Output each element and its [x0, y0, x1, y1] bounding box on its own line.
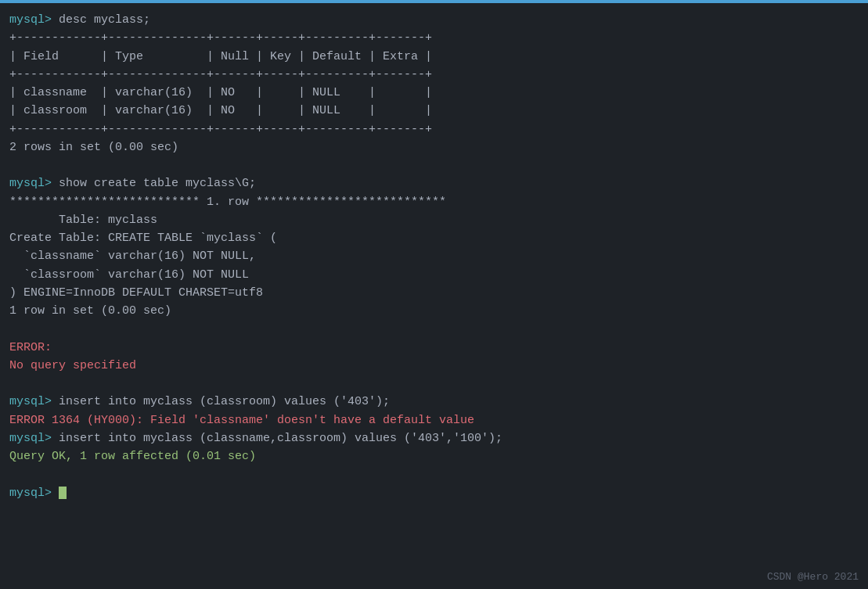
- row-separator: *************************** 1. row *****…: [9, 196, 446, 209]
- classroom-def: `classroom` varchar(16) NOT NULL: [9, 268, 249, 282]
- row-count-2: 1 row in set (0.00 sec): [9, 304, 171, 318]
- line-3: mysql> insert into myclass (classroom) v…: [9, 395, 390, 408]
- line-1: mysql> desc myclass;: [9, 13, 150, 27]
- cmd-4: insert into myclass (classname,classroom…: [52, 432, 502, 445]
- cmd-3: insert into myclass (classroom) values (…: [52, 395, 390, 408]
- table-header: | Field | Type | Null | Key | Default | …: [9, 50, 432, 63]
- table-border-top: +------------+--------------+------+----…: [9, 31, 432, 45]
- line-2: mysql> show create table myclass\G;: [9, 177, 256, 190]
- classname-def: `classname` varchar(16) NOT NULL,: [9, 250, 256, 263]
- prompt-1: mysql>: [9, 13, 52, 27]
- prompt-4: mysql>: [9, 432, 52, 445]
- final-prompt-line: mysql>: [9, 487, 67, 500]
- cursor: [59, 487, 67, 499]
- terminal: mysql> desc myclass; +------------+-----…: [0, 3, 868, 510]
- terminal-content: mysql> desc myclass; +------------+-----…: [9, 11, 859, 502]
- prompt-3: mysql>: [9, 395, 52, 408]
- error-1364: ERROR 1364 (HY000): Field 'classname' do…: [9, 414, 474, 427]
- cmd-1: desc myclass;: [52, 13, 150, 27]
- watermark: CSDN @Hero 2021: [767, 571, 859, 583]
- table-row-1: | classname | varchar(16) | NO | | NULL …: [9, 86, 432, 99]
- table-border-bottom: +------------+--------------+------+----…: [9, 123, 432, 136]
- create-table-line: Create Table: CREATE TABLE `myclass` (: [9, 232, 277, 245]
- prompt-5: mysql>: [9, 487, 52, 500]
- line-4: mysql> insert into myclass (classname,cl…: [9, 432, 502, 445]
- query-ok: Query OK, 1 row affected (0.01 sec): [9, 450, 256, 463]
- error-label: ERROR:: [9, 341, 52, 354]
- table-divider: +------------+--------------+------+----…: [9, 68, 432, 81]
- rows-count: 2 rows in set (0.00 sec): [9, 141, 178, 154]
- error-no-query: No query specified: [9, 359, 136, 372]
- prompt-2: mysql>: [9, 177, 52, 190]
- table-name-line: Table: myclass: [9, 214, 157, 227]
- engine-def: ) ENGINE=InnoDB DEFAULT CHARSET=utf8: [9, 286, 263, 300]
- table-row-2: | classroom | varchar(16) | NO | | NULL …: [9, 104, 432, 117]
- cmd-2: show create table myclass\G;: [52, 177, 256, 190]
